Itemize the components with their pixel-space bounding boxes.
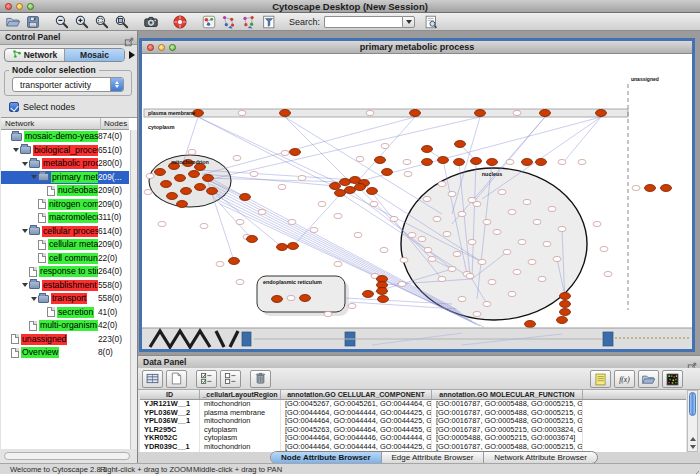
network-node[interactable]	[448, 266, 456, 271]
tree-scrollbar[interactable]	[130, 130, 137, 449]
network-node[interactable]	[596, 110, 607, 117]
select-nodes-checkbox[interactable]	[9, 102, 19, 112]
network-node[interactable]	[272, 296, 283, 303]
network-node[interactable]	[189, 171, 200, 178]
network-node[interactable]	[404, 171, 412, 176]
network-node[interactable]	[553, 256, 561, 261]
scroll-down-icon[interactable]	[688, 443, 697, 451]
network-node[interactable]	[175, 175, 186, 182]
network-node[interactable]	[528, 259, 536, 264]
attribute-table-icon[interactable]	[142, 370, 163, 388]
network-node[interactable]	[356, 156, 364, 161]
network-node[interactable]	[367, 188, 378, 195]
network-node[interactable]	[422, 159, 433, 166]
tree-row[interactable]: transport558(0)	[1, 292, 129, 306]
network-node[interactable]	[458, 296, 466, 301]
network-node[interactable]	[287, 295, 295, 300]
network-node[interactable]	[538, 276, 546, 281]
network-node[interactable]	[487, 159, 498, 166]
network-node[interactable]	[560, 309, 571, 316]
network-node[interactable]	[370, 201, 378, 206]
network-node[interactable]	[144, 189, 152, 194]
network-node[interactable]	[188, 149, 196, 154]
tree-row[interactable]: primary metabol209(...	[1, 171, 129, 185]
unselect-attributes-icon[interactable]	[220, 370, 241, 388]
network-node[interactable]	[503, 249, 511, 254]
network-window[interactable]: primary metabolic process plasma membran…	[139, 38, 695, 352]
tab-mosaic[interactable]: Mosaic	[65, 49, 124, 61]
table-row[interactable]: YLR295Ccytoplasm[GO:0045263, GO:0044464,…	[140, 426, 686, 435]
expander-icon[interactable]	[30, 175, 38, 179]
network-node[interactable]	[161, 181, 172, 188]
tree-row[interactable]: multi-organism pro42(0)	[1, 319, 129, 333]
network-node[interactable]	[290, 149, 301, 156]
network-node[interactable]	[483, 219, 491, 224]
network-node[interactable]	[298, 175, 306, 180]
network-node[interactable]	[533, 219, 541, 224]
network-node[interactable]	[167, 193, 178, 200]
layout-edges-icon[interactable]	[239, 13, 259, 30]
network-node[interactable]	[288, 243, 299, 250]
network-node[interactable]	[236, 279, 244, 284]
snapshot-icon[interactable]	[141, 13, 161, 30]
network-node[interactable]	[458, 211, 466, 216]
network-node[interactable]	[543, 241, 551, 246]
network-node[interactable]	[363, 291, 374, 298]
tree-row[interactable]: establishment of lo558(0)	[1, 279, 129, 293]
tab-node-attribute-browser[interactable]: Node Attribute Browser	[271, 452, 382, 463]
network-node[interactable]	[318, 201, 326, 206]
network-node[interactable]	[468, 239, 476, 244]
network-node[interactable]	[560, 293, 571, 300]
tree-row[interactable]: unassigned223(0)	[1, 333, 129, 347]
network-node[interactable]	[288, 219, 296, 224]
tree-row[interactable]: secretion41(0)	[1, 306, 129, 320]
float-panel-icon[interactable]	[687, 358, 697, 368]
network-node[interactable]	[548, 206, 556, 211]
network-node[interactable]	[408, 232, 416, 237]
network-node[interactable]	[410, 110, 421, 117]
network-node[interactable]	[250, 171, 258, 176]
network-node[interactable]	[200, 223, 208, 228]
tree-row[interactable]: response to stimulu264(0)	[1, 265, 129, 279]
network-node[interactable]	[523, 199, 531, 204]
network-node[interactable]	[558, 159, 566, 164]
network-node[interactable]	[195, 184, 206, 191]
network-node[interactable]	[334, 213, 342, 218]
tree-row[interactable]: nucleobase-209(0)	[1, 184, 129, 198]
network-node[interactable]	[483, 301, 491, 306]
delete-attribute-icon[interactable]	[250, 370, 271, 388]
network-node[interactable]	[632, 185, 640, 190]
network-node[interactable]	[471, 158, 482, 165]
network-node[interactable]	[340, 179, 351, 186]
network-node[interactable]	[146, 173, 154, 178]
network-node[interactable]	[423, 196, 431, 201]
formula-icon[interactable]: f(x)	[614, 370, 635, 388]
network-node[interactable]	[593, 221, 601, 226]
network-node[interactable]	[438, 157, 449, 164]
network-canvas[interactable]: plasma membranecytoplasmmitochondrionnuc…	[142, 54, 692, 349]
network-node[interactable]	[181, 188, 192, 195]
select-attributes-icon[interactable]	[196, 370, 217, 388]
network-node[interactable]	[155, 169, 166, 176]
network-node[interactable]	[177, 201, 188, 208]
network-node[interactable]	[355, 184, 366, 191]
vizmapper-icon[interactable]	[199, 13, 219, 30]
network-node[interactable]	[453, 251, 461, 256]
network-node[interactable]	[525, 321, 536, 328]
tree-row[interactable]: cellular process614(0)	[1, 225, 129, 239]
network-node[interactable]	[433, 216, 441, 221]
zoom-selected-icon[interactable]	[92, 13, 112, 30]
network-node[interactable]	[506, 159, 514, 164]
table-column-header[interactable]: ID	[140, 390, 200, 399]
float-panel-icon[interactable]	[124, 33, 134, 43]
network-node[interactable]	[233, 155, 241, 160]
import-table-icon[interactable]	[638, 370, 659, 388]
network-node[interactable]	[381, 143, 389, 148]
tree-row[interactable]: nitrogen compo209(0)	[1, 198, 129, 212]
zoom-out-icon[interactable]	[52, 13, 72, 30]
node-color-dropdown[interactable]: transporter activity	[12, 77, 124, 92]
network-node[interactable]	[380, 247, 388, 252]
network-node[interactable]	[522, 159, 533, 166]
tree-row[interactable]: biological_process651(0)	[1, 144, 129, 158]
network-node[interactable]	[378, 296, 389, 303]
